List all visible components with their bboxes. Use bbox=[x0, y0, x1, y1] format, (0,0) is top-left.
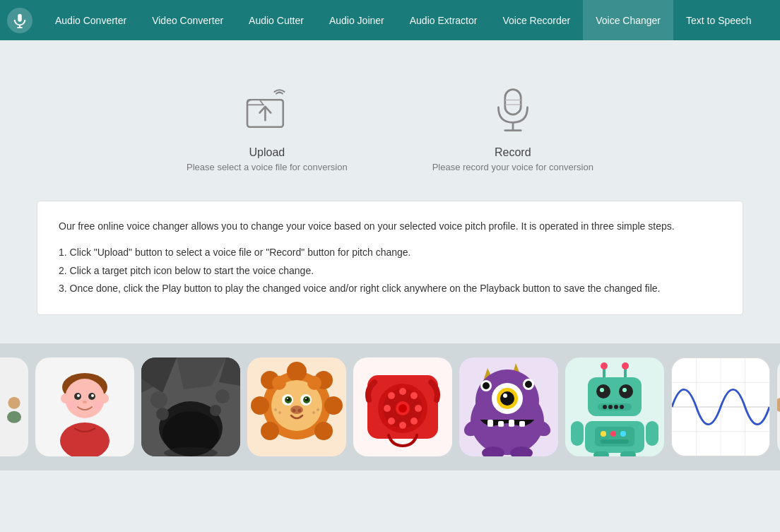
nav-text-to-speech[interactable]: Text to Speech bbox=[673, 0, 764, 40]
svg-point-96 bbox=[622, 388, 627, 392]
svg-point-7 bbox=[8, 397, 20, 409]
svg-point-39 bbox=[307, 376, 321, 390]
svg-point-33 bbox=[314, 422, 333, 440]
svg-point-16 bbox=[91, 394, 94, 397]
info-box: Our free online voice changer allows you… bbox=[37, 201, 743, 315]
svg-point-49 bbox=[292, 408, 296, 412]
navbar: Audio Converter Video Converter Audio Cu… bbox=[0, 0, 780, 40]
svg-point-46 bbox=[287, 398, 288, 399]
svg-point-62 bbox=[399, 422, 406, 429]
info-step-2: 2. Click a target pitch icon below to st… bbox=[59, 262, 721, 280]
mic-logo-icon bbox=[12, 13, 28, 28]
svg-rect-80 bbox=[488, 420, 493, 427]
svg-point-18 bbox=[68, 401, 76, 409]
carousel-item-partial-right[interactable] bbox=[777, 357, 780, 456]
svg-point-118 bbox=[777, 398, 780, 412]
svg-point-52 bbox=[274, 408, 277, 411]
carousel-section bbox=[0, 343, 780, 471]
svg-rect-111 bbox=[620, 451, 636, 456]
action-section: Upload Please select a voice file for co… bbox=[187, 83, 593, 172]
carousel-track bbox=[0, 357, 780, 456]
svg-point-61 bbox=[410, 418, 418, 425]
record-action[interactable]: Record Please record your voice for conv… bbox=[432, 83, 593, 172]
info-intro: Our free online voice changer allows you… bbox=[59, 218, 721, 234]
svg-point-27 bbox=[210, 405, 221, 416]
record-label: Record bbox=[495, 146, 531, 159]
svg-point-8 bbox=[7, 411, 21, 423]
svg-point-25 bbox=[150, 391, 167, 408]
upload-action[interactable]: Upload Please select a voice file for co… bbox=[187, 83, 348, 172]
svg-point-98 bbox=[603, 405, 607, 409]
svg-point-89 bbox=[601, 362, 608, 370]
svg-point-95 bbox=[600, 388, 604, 392]
carousel-item-wave[interactable] bbox=[671, 357, 770, 456]
info-steps: 1. Click "Upload" button to select a voi… bbox=[59, 244, 721, 297]
svg-point-19 bbox=[93, 401, 102, 409]
svg-point-17 bbox=[83, 401, 87, 403]
svg-point-64 bbox=[384, 405, 391, 412]
svg-rect-2 bbox=[505, 90, 521, 114]
nav-video-converter[interactable]: Video Converter bbox=[139, 0, 236, 40]
svg-point-50 bbox=[298, 408, 302, 412]
svg-point-79 bbox=[525, 381, 532, 388]
svg-rect-107 bbox=[601, 439, 629, 444]
svg-point-101 bbox=[620, 405, 624, 409]
svg-point-15 bbox=[77, 394, 80, 397]
svg-point-75 bbox=[503, 394, 507, 398]
nav-audio-converter[interactable]: Audio Converter bbox=[42, 0, 139, 40]
svg-point-48 bbox=[290, 406, 303, 414]
svg-point-45 bbox=[305, 397, 309, 401]
svg-point-65 bbox=[388, 392, 395, 399]
svg-point-35 bbox=[251, 396, 269, 415]
svg-point-100 bbox=[614, 405, 618, 409]
svg-point-47 bbox=[305, 398, 307, 399]
svg-point-77 bbox=[483, 382, 490, 389]
svg-point-53 bbox=[312, 411, 315, 414]
nav-logo bbox=[7, 8, 32, 33]
svg-rect-83 bbox=[519, 421, 525, 427]
carousel-item-lion[interactable] bbox=[247, 357, 346, 456]
svg-rect-110 bbox=[593, 451, 609, 456]
svg-point-28 bbox=[156, 408, 169, 420]
nav-audio-joiner[interactable]: Audio Joiner bbox=[317, 0, 397, 40]
record-desc: Please record your voice for conversion bbox=[432, 162, 593, 172]
svg-rect-82 bbox=[509, 420, 514, 427]
upload-icon bbox=[239, 83, 295, 139]
svg-point-106 bbox=[620, 431, 626, 437]
svg-point-20 bbox=[60, 422, 110, 456]
upload-desc: Please select a voice file for conversio… bbox=[187, 162, 348, 172]
svg-point-38 bbox=[272, 376, 286, 390]
svg-point-74 bbox=[500, 391, 514, 406]
svg-point-105 bbox=[610, 431, 616, 437]
upload-label: Upload bbox=[249, 146, 285, 159]
svg-point-44 bbox=[287, 397, 290, 401]
info-step-3: 3. Once done, click the Play button to p… bbox=[59, 280, 721, 297]
main-content: Upload Please select a voice file for co… bbox=[0, 40, 780, 343]
svg-point-30 bbox=[287, 362, 307, 382]
svg-rect-109 bbox=[646, 421, 658, 446]
svg-rect-108 bbox=[571, 421, 584, 446]
carousel-item-monster[interactable] bbox=[459, 357, 558, 456]
carousel-item-telephone[interactable] bbox=[353, 357, 452, 456]
nav-links: Audio Converter Video Converter Audio Cu… bbox=[42, 0, 764, 40]
svg-point-36 bbox=[261, 422, 279, 440]
svg-point-32 bbox=[324, 396, 343, 415]
svg-point-59 bbox=[410, 392, 418, 399]
nav-voice-changer[interactable]: Voice Changer bbox=[583, 0, 673, 40]
svg-point-54 bbox=[317, 408, 319, 411]
record-icon bbox=[485, 83, 541, 139]
nav-audio-extractor[interactable]: Audio Extractor bbox=[397, 0, 490, 40]
svg-point-67 bbox=[398, 404, 407, 413]
carousel-item-robot[interactable] bbox=[565, 357, 664, 456]
svg-point-51 bbox=[278, 411, 281, 414]
carousel-item-boy[interactable] bbox=[35, 357, 134, 456]
nav-voice-recorder[interactable]: Voice Recorder bbox=[490, 0, 583, 40]
svg-rect-81 bbox=[498, 421, 504, 427]
carousel-item-partial-left[interactable] bbox=[0, 357, 28, 456]
svg-point-63 bbox=[388, 418, 395, 425]
nav-audio-cutter[interactable]: Audio Cutter bbox=[236, 0, 317, 40]
svg-point-58 bbox=[399, 388, 406, 395]
carousel-item-cave[interactable] bbox=[141, 357, 240, 456]
svg-point-10 bbox=[65, 379, 105, 418]
svg-point-99 bbox=[608, 405, 613, 409]
